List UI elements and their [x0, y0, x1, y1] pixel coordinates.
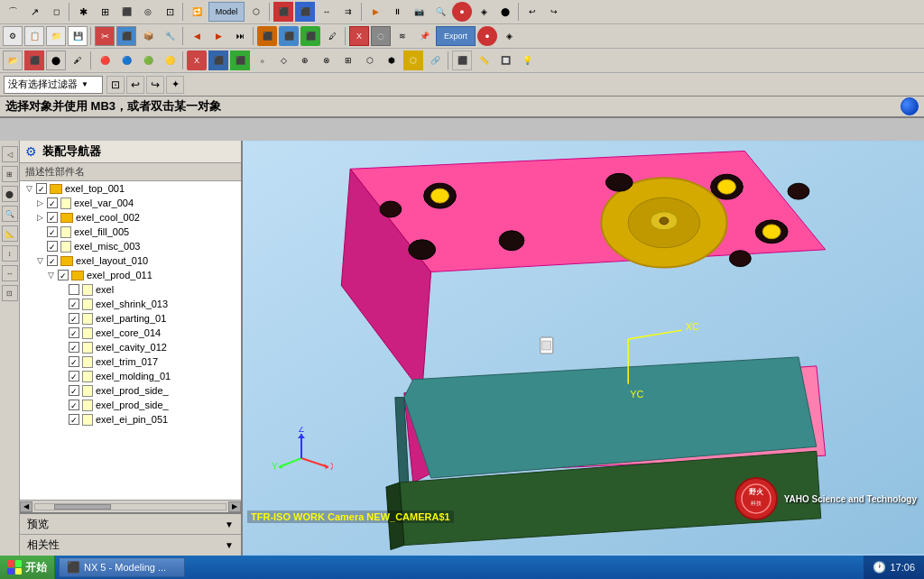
- tree-item[interactable]: ✓ exel_misc_003: [20, 239, 241, 253]
- tree-expand-icon[interactable]: ▷: [34, 198, 45, 208]
- checkbox-icon[interactable]: ✓: [47, 241, 58, 252]
- tb2-icon-17[interactable]: ◌: [371, 26, 391, 46]
- checkbox-icon[interactable]: ✓: [69, 371, 79, 381]
- tb2-icon-2[interactable]: 📋: [24, 26, 44, 46]
- side-icon-4[interactable]: 🔍: [2, 206, 18, 222]
- tb3-icon-23[interactable]: 🔲: [495, 51, 515, 70]
- tb2-icon-15[interactable]: 🖊: [322, 26, 342, 46]
- checkbox-icon[interactable]: ✓: [47, 212, 58, 223]
- taskbar-app-item[interactable]: ⬛ NX 5 - Modeling ...: [59, 557, 185, 577]
- tb2-icon-22[interactable]: ◈: [499, 26, 519, 46]
- tb3-icon-3[interactable]: ⬤: [46, 51, 66, 70]
- tree-expand-icon[interactable]: ▽: [34, 255, 45, 266]
- tb-icon-5[interactable]: ⊞: [95, 2, 115, 22]
- tree-item[interactable]: ✓ exel_trim_017: [20, 354, 241, 369]
- tb2-icon-21[interactable]: ●: [477, 26, 497, 46]
- tb-icon-13[interactable]: ⬛: [295, 2, 315, 22]
- side-icon-3[interactable]: ⬤: [2, 186, 18, 202]
- tb-icon-18[interactable]: 📷: [409, 2, 429, 22]
- checkbox-icon[interactable]: ✓: [69, 299, 79, 309]
- tb-icon-21[interactable]: ◈: [474, 2, 494, 22]
- checkbox-icon[interactable]: ✓: [69, 327, 79, 338]
- tree-item[interactable]: ✓ exel_molding_01: [20, 369, 241, 383]
- tb3-icon-16[interactable]: ⊞: [338, 51, 358, 70]
- tb3-icon-10[interactable]: ⬛: [208, 51, 228, 70]
- side-icon-5[interactable]: 📐: [2, 225, 18, 242]
- checkbox-icon[interactable]: ✓: [69, 400, 79, 410]
- tb3-icon-2[interactable]: ⬛: [24, 51, 44, 70]
- tree-expand-icon[interactable]: ▽: [45, 270, 56, 280]
- tb3-icon-21[interactable]: ⬛: [452, 51, 472, 70]
- tree-expand-icon[interactable]: [56, 313, 67, 324]
- h-scrollbar[interactable]: ◀ ▶: [20, 500, 241, 512]
- dependency-section[interactable]: 相关性 ▼: [20, 534, 241, 556]
- checkbox-icon[interactable]: ✓: [69, 342, 79, 353]
- checkbox-icon[interactable]: ✓: [47, 255, 58, 266]
- tb2-icon-13[interactable]: ⬛: [279, 26, 299, 46]
- tb-icon-22[interactable]: ⬤: [495, 2, 515, 22]
- tree-expand-icon[interactable]: [56, 414, 67, 425]
- filter-icon-btn-4[interactable]: ✦: [166, 76, 184, 94]
- filter-icon-btn-2[interactable]: ↩: [126, 76, 144, 94]
- tb-icon-6[interactable]: ⬛: [116, 2, 136, 22]
- tb2-icon-3[interactable]: 📁: [46, 26, 66, 46]
- tb-icon-16[interactable]: ▶: [365, 2, 385, 22]
- side-icon-7[interactable]: ↔: [2, 265, 18, 281]
- tb3-icon-9[interactable]: X: [187, 51, 207, 70]
- tree-expand-icon[interactable]: [56, 400, 67, 410]
- tb-icon-20[interactable]: ●: [452, 2, 472, 22]
- checkbox-icon[interactable]: ✓: [69, 356, 79, 367]
- checkbox-icon[interactable]: ✓: [58, 270, 69, 280]
- tb3-icon-5[interactable]: 🔴: [95, 51, 115, 70]
- tb-icon-14[interactable]: ↔: [317, 2, 337, 22]
- filter-icon-btn-1[interactable]: ⊡: [106, 76, 125, 94]
- tb2-icon-1[interactable]: ⚙: [3, 26, 23, 46]
- tb-icon-23[interactable]: ↩: [522, 2, 542, 22]
- tb3-icon-17[interactable]: ⬡: [360, 51, 380, 70]
- checkbox-icon[interactable]: ✓: [36, 183, 47, 194]
- tb3-icon-20[interactable]: 🔗: [425, 51, 445, 70]
- tb3-icon-22[interactable]: 📏: [474, 51, 494, 70]
- tree-expand-icon[interactable]: [56, 284, 67, 295]
- checkbox-icon[interactable]: ✓: [47, 226, 58, 237]
- tb2-icon-16[interactable]: X: [349, 26, 369, 46]
- tree-item[interactable]: ✓ exel_shrink_013: [20, 297, 241, 311]
- tb2-icon-14[interactable]: ⬛: [300, 26, 320, 46]
- checkbox-icon[interactable]: ✓: [69, 385, 79, 396]
- checkbox-icon[interactable]: ✓: [69, 414, 79, 425]
- tb-icon-2[interactable]: ↗: [24, 2, 44, 22]
- start-button[interactable]: 开始: [0, 556, 55, 579]
- tree-item[interactable]: ✓ exel_cavity_012: [20, 340, 241, 354]
- tb2-icon-18[interactable]: ≋: [393, 26, 412, 46]
- tb2-icon-11[interactable]: ⏭: [230, 26, 250, 46]
- tb-icon-4[interactable]: ✱: [73, 2, 93, 22]
- tb-icon-12[interactable]: ⬛: [273, 2, 293, 22]
- tb-icon-15[interactable]: ⇉: [338, 2, 358, 22]
- viewport[interactable]: XC YC X Y: [243, 141, 924, 556]
- tb-icon-10[interactable]: Model: [208, 2, 245, 22]
- tree-expand-icon[interactable]: [56, 299, 67, 309]
- tree-item[interactable]: ✓ exel_prod_side_: [20, 398, 241, 412]
- checkbox-icon[interactable]: ✓: [47, 198, 58, 208]
- tb-icon-1[interactable]: ⌒: [3, 2, 23, 22]
- tree-item[interactable]: ✓ exel_prod_side_: [20, 383, 241, 398]
- preview-section[interactable]: 预览 ▼: [20, 512, 241, 534]
- tb-icon-19[interactable]: 🔍: [430, 2, 450, 22]
- side-icon-8[interactable]: ⊡: [2, 285, 18, 301]
- tree-item[interactable]: ▷ ✓ exel_var_004: [20, 196, 241, 210]
- side-icon-1[interactable]: ◁: [2, 146, 18, 162]
- tb-icon-3[interactable]: ◻: [46, 2, 66, 22]
- tree-expand-icon[interactable]: ▷: [34, 212, 45, 223]
- tree-item[interactable]: ✓ exel_ei_pin_051: [20, 412, 241, 427]
- tree-expand-icon[interactable]: [34, 226, 45, 237]
- tree-item[interactable]: ▽ ✓ exel_prod_011: [20, 268, 241, 282]
- tree-expand-icon[interactable]: [56, 342, 67, 353]
- tree-expand-icon[interactable]: [56, 356, 67, 367]
- tree-expand-icon[interactable]: [56, 371, 67, 381]
- tree-expand-icon[interactable]: [56, 327, 67, 338]
- tree-item[interactable]: ▽ ✓ exel_layout_010: [20, 253, 241, 268]
- tb2-icon-5[interactable]: ✂: [95, 26, 115, 46]
- tb2-icon-9[interactable]: ◀: [187, 26, 207, 46]
- side-icon-6[interactable]: ↕: [2, 245, 18, 262]
- tb2-icon-8[interactable]: 🔧: [160, 26, 180, 46]
